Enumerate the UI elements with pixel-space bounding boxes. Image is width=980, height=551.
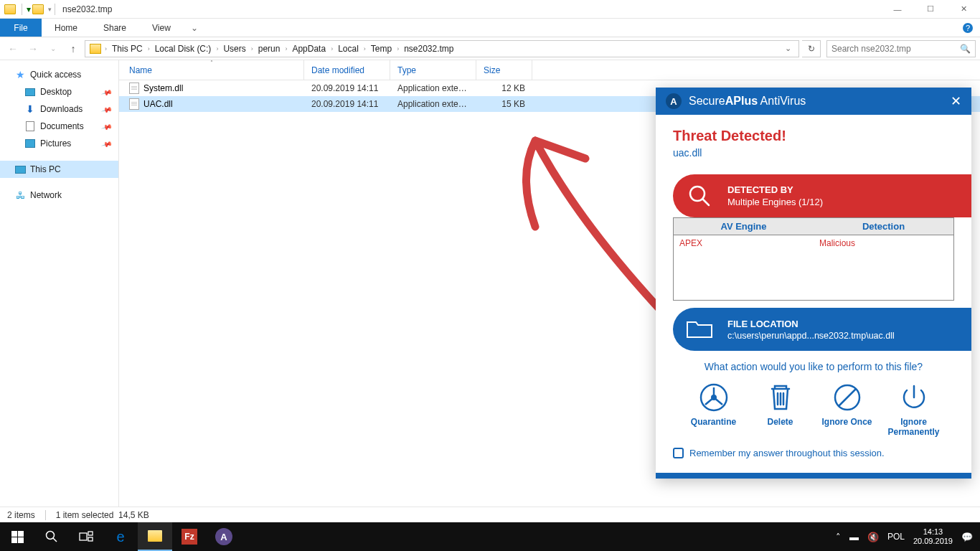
app-logo-icon: A	[666, 93, 682, 109]
ignore-once-button[interactable]: Ignore Once	[819, 382, 876, 438]
window-title: nse2032.tmp	[62, 4, 112, 14]
file-icon	[129, 98, 139, 110]
sidebar-item-documents[interactable]: Documents📌	[0, 118, 118, 135]
crumb-local[interactable]: Local	[334, 44, 363, 54]
quarantine-button[interactable]: Quarantine	[685, 382, 743, 438]
sidebar-item-downloads[interactable]: ⬇Downloads📌	[0, 100, 118, 118]
tray-chevron-icon[interactable]: ˄	[831, 522, 845, 551]
file-size: 15 KB	[476, 99, 532, 109]
tray-language[interactable]: POL	[883, 522, 909, 551]
sidebar-item-network[interactable]: 🖧Network	[0, 187, 118, 204]
start-button[interactable]	[0, 522, 34, 551]
svg-rect-15	[88, 532, 93, 535]
search-icon[interactable]: 🔍	[960, 44, 971, 54]
biohazard-icon	[699, 382, 729, 413]
quickaccess-check-icon[interactable]: ▾	[27, 4, 31, 14]
engine-detection: Malicious	[814, 235, 953, 300]
titlebar-icons: ▾ ▾	[0, 4, 58, 15]
search-button[interactable]	[34, 522, 69, 551]
svg-rect-11	[18, 537, 24, 543]
maximize-button[interactable]: ☐	[914, 0, 947, 19]
threat-filename: uac.dll	[673, 147, 954, 159]
engine-table: AV Engine Detection APEX Malicious	[673, 217, 954, 301]
breadcrumb[interactable]: › This PC› Local Disk (C:)› Users› perun…	[85, 40, 799, 57]
taskbar-explorer[interactable]	[138, 522, 172, 551]
action-center-icon[interactable]: 💬	[957, 522, 977, 551]
svg-rect-9	[18, 531, 24, 537]
column-name[interactable]: Name˄	[119, 60, 304, 80]
system-tray: ˄ ▬ 🔇 POL 14:1320.09.2019 💬	[831, 522, 980, 551]
tray-volume-icon[interactable]: 🔇	[863, 522, 883, 551]
crumb-thispc[interactable]: This PC	[108, 44, 147, 54]
popup-close-button[interactable]: ✕	[951, 93, 961, 109]
refresh-button[interactable]: ↻	[802, 40, 821, 57]
svg-line-3	[703, 199, 709, 205]
ribbon-tabs: File Home Share View ⌄ ?	[0, 19, 980, 37]
tab-file[interactable]: File	[0, 19, 42, 37]
threat-heading: Threat Detected!	[673, 128, 954, 144]
crumb-current[interactable]: nse2032.tmp	[400, 44, 458, 54]
pin-icon: 📌	[101, 138, 113, 149]
title-bar: ▾ ▾ nse2032.tmp — ☐ ✕	[0, 0, 980, 19]
taskview-button[interactable]	[69, 522, 103, 551]
tab-share[interactable]: Share	[90, 19, 139, 37]
engine-row: APEX Malicious	[674, 235, 953, 300]
minimize-button[interactable]: —	[881, 0, 914, 19]
crumb-temp[interactable]: Temp	[367, 44, 396, 54]
desktop-icon	[24, 87, 36, 97]
checkbox[interactable]	[673, 448, 684, 458]
column-type[interactable]: Type	[390, 60, 476, 80]
taskbar-secureaplus[interactable]: A	[207, 522, 241, 551]
svg-rect-8	[11, 531, 17, 537]
sidebar-item-quickaccess[interactable]: ★Quick access	[0, 66, 118, 83]
recent-dropdown-icon[interactable]: ⌄	[44, 40, 62, 57]
detected-by-banner: DETECTED BY Multiple Engines (1/12)	[673, 174, 971, 217]
svg-rect-16	[88, 537, 93, 541]
back-button[interactable]: ←	[4, 40, 22, 57]
download-icon: ⬇	[24, 104, 36, 114]
svg-rect-14	[80, 533, 87, 540]
forward-button[interactable]: →	[24, 40, 42, 57]
remember-checkbox-row[interactable]: Remember my answer throughout this sessi…	[673, 448, 954, 458]
prohibit-icon	[832, 382, 862, 413]
file-type: Application extens...	[390, 99, 476, 109]
file-date: 20.09.2019 14:11	[304, 83, 390, 93]
search-box[interactable]: 🔍	[826, 40, 976, 57]
taskbar-edge[interactable]: e	[103, 522, 138, 551]
qat-dropdown-icon[interactable]: ▾	[48, 6, 52, 13]
action-buttons: Quarantine Delete Ignore Once Ignore Per…	[673, 382, 954, 438]
engine-name: APEX	[674, 235, 814, 300]
help-icon[interactable]: ?	[958, 19, 977, 37]
pin-icon: 📌	[101, 121, 113, 132]
crumb-c[interactable]: Local Disk (C:)	[151, 44, 216, 54]
crumb-users[interactable]: Users	[219, 44, 250, 54]
detected-by-label: DETECTED BY	[727, 184, 823, 195]
ribbon-collapse-icon[interactable]: ⌄	[184, 19, 205, 37]
search-input[interactable]	[831, 44, 960, 54]
taskbar-filezilla[interactable]: Fz	[172, 522, 207, 551]
tab-view[interactable]: View	[139, 19, 184, 37]
ignore-permanently-button[interactable]: Ignore Permanently	[885, 382, 943, 438]
breadcrumb-dropdown-icon[interactable]: ⌄	[782, 44, 794, 53]
column-date[interactable]: Date modified	[304, 60, 390, 80]
crumb-perun[interactable]: perun	[254, 44, 285, 54]
status-bar: 2 items 1 item selected 14,5 KB	[0, 507, 980, 522]
tab-home[interactable]: Home	[42, 19, 90, 37]
tray-battery-icon[interactable]: ▬	[845, 522, 863, 551]
column-headers: Name˄ Date modified Type Size	[119, 60, 980, 80]
crumb-appdata[interactable]: AppData	[288, 44, 330, 54]
sidebar-item-thispc[interactable]: This PC	[0, 161, 118, 178]
delete-button[interactable]: Delete	[752, 382, 809, 438]
sidebar-item-pictures[interactable]: Pictures📌	[0, 135, 118, 152]
tray-clock[interactable]: 14:1320.09.2019	[909, 522, 957, 551]
file-location-path: c:\users\perun\appd...nse2032.tmp\uac.dl…	[727, 331, 895, 341]
file-type: Application extens...	[390, 83, 476, 93]
up-button[interactable]: ↑	[65, 40, 82, 57]
svg-line-7	[839, 389, 856, 406]
address-bar: ← → ⌄ ↑ › This PC› Local Disk (C:)› User…	[0, 37, 980, 60]
close-button[interactable]: ✕	[947, 0, 980, 19]
column-size[interactable]: Size	[476, 60, 532, 80]
action-question: What action would you like to perform to…	[673, 361, 954, 372]
popup-header: A SecureAPlus AntiVirus ✕	[656, 88, 971, 115]
sidebar-item-desktop[interactable]: Desktop📌	[0, 83, 118, 100]
